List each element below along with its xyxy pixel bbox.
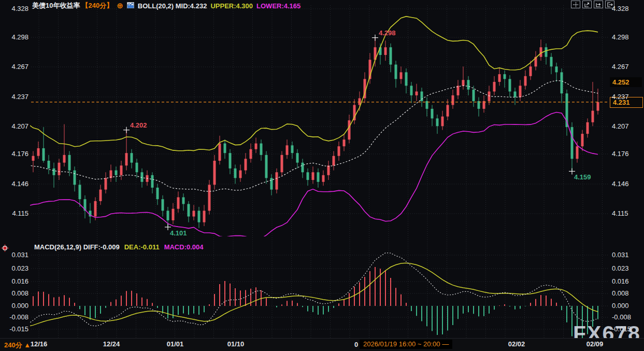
chart-style-icon[interactable] xyxy=(127,2,134,10)
date-label: 01/10 xyxy=(218,340,254,348)
candle-body xyxy=(514,91,517,97)
candle-body xyxy=(597,102,599,111)
chart-header: 美债10年收益率 【240分】 ⊕ BOLL(20,2) MID:4.232 U… xyxy=(32,1,300,10)
macd-axis-label-left: 0.000 xyxy=(0,302,28,310)
candle-body xyxy=(586,122,589,134)
chart-toolbar xyxy=(571,1,614,8)
candle-body xyxy=(571,127,574,159)
candle-body xyxy=(219,144,221,161)
candle-body xyxy=(561,72,563,93)
macd-axis-label-right: 0.023 xyxy=(612,265,629,272)
candle-body xyxy=(467,80,470,90)
zoom-window-icon[interactable] xyxy=(582,1,592,8)
candle-body xyxy=(457,86,460,95)
macd-axis-label-left: 0.023 xyxy=(0,265,28,272)
interval-tag: 【240分】 xyxy=(81,1,113,10)
candle-body xyxy=(286,145,289,155)
candle-body xyxy=(48,161,50,169)
candle-body xyxy=(348,120,351,139)
price-axis-label-right: 4.115 xyxy=(612,210,628,217)
candle-body xyxy=(213,161,216,185)
candle-body xyxy=(136,163,138,173)
candle-body xyxy=(498,74,501,82)
candle-body xyxy=(317,172,320,182)
candle-body xyxy=(441,117,444,127)
candle-body xyxy=(53,169,55,175)
boll-lower-line xyxy=(0,113,598,240)
candle-body xyxy=(208,185,211,210)
macd-axis-label-left: 0.008 xyxy=(0,290,28,297)
candle-body xyxy=(281,155,283,172)
price-axis-label-right: 4.176 xyxy=(612,150,629,158)
candle-body xyxy=(540,47,542,57)
price-axis-label-left: 4.298 xyxy=(0,34,28,41)
candle-body xyxy=(421,91,423,101)
candle-body xyxy=(581,134,584,146)
candle-body xyxy=(384,47,387,55)
candle-body xyxy=(260,144,263,155)
price-axis-label-right: 4.207 xyxy=(612,123,629,130)
boll-legend: BOLL(20,2) MID:4.232 xyxy=(138,2,207,10)
swing-marker-label: 4.202 xyxy=(130,121,147,129)
candle-body xyxy=(390,47,392,64)
price-axis-label-left: 4.115 xyxy=(0,210,28,217)
session-high-badge: 4.252 xyxy=(610,77,642,87)
candle-body xyxy=(265,155,268,178)
dea-legend: DEA:-0.011 xyxy=(124,243,160,251)
candle-body xyxy=(94,201,97,217)
macd-axis-label-left: -0.015 xyxy=(0,326,28,333)
candle-body xyxy=(338,146,340,156)
candle-body xyxy=(493,82,496,92)
date-label: 01/01 xyxy=(157,340,193,348)
macd-axis-label-right: 0.016 xyxy=(612,278,629,285)
candle-body xyxy=(555,66,558,72)
candle-body xyxy=(156,188,159,199)
candle-body xyxy=(234,169,237,178)
macd-diff-line xyxy=(0,253,598,332)
price-axis-label-left: 4.146 xyxy=(0,180,28,188)
candle-body xyxy=(188,204,190,216)
candle-body xyxy=(182,197,185,204)
macd-axis-label-right: -0.008 xyxy=(612,314,631,321)
candle-body xyxy=(276,172,278,189)
candle-body xyxy=(405,72,408,86)
candle-body xyxy=(473,90,475,101)
price-axis-label-left: 4.176 xyxy=(0,150,28,158)
swing-marker-label: 4.159 xyxy=(574,173,591,181)
macd-header: MACD(26,12,9) DIFF:-0.009 DEA:-0.011 MAC… xyxy=(34,243,204,251)
date-label: 02/02 xyxy=(498,340,535,348)
candle-body xyxy=(296,153,299,163)
add-indicator-icon[interactable]: ⊕ xyxy=(117,1,123,10)
candle-body xyxy=(255,144,257,149)
candle-body xyxy=(322,175,325,182)
candle-body xyxy=(395,65,397,79)
pan-right-icon[interactable] xyxy=(594,1,603,8)
move-icon[interactable] xyxy=(571,1,580,8)
candle-body xyxy=(37,148,40,156)
candle-body xyxy=(42,148,45,161)
candle-body xyxy=(58,163,61,175)
chart-window: { "header": { "title": "美债10年收益率", "inte… xyxy=(0,0,644,351)
candle-body xyxy=(270,178,273,189)
candle-body xyxy=(131,153,133,163)
candle-body xyxy=(32,156,35,161)
price-axis-label-right: 4.237 xyxy=(612,93,629,101)
candle-body xyxy=(576,146,579,159)
date-label: 02/09 xyxy=(577,340,613,348)
candle-body xyxy=(343,139,346,146)
candlestick-chart[interactable]: 4.2984.2024.1014.159 xyxy=(0,0,644,351)
macd-axis-label-right: 0.031 xyxy=(612,251,629,259)
candle-body xyxy=(410,86,413,95)
date-label: 12/24 xyxy=(93,340,130,348)
macd-value-legend: MACD:0.004 xyxy=(164,243,204,251)
candle-body xyxy=(250,149,252,159)
candle-body xyxy=(63,155,66,163)
date-label: 12/16 xyxy=(21,340,57,348)
candle-body xyxy=(462,80,465,86)
candle-body xyxy=(193,210,195,216)
grid-layer xyxy=(31,5,608,338)
candle-body xyxy=(452,95,454,105)
candle-body xyxy=(509,79,511,91)
candle-body xyxy=(333,156,335,166)
boll-layer xyxy=(0,17,598,240)
